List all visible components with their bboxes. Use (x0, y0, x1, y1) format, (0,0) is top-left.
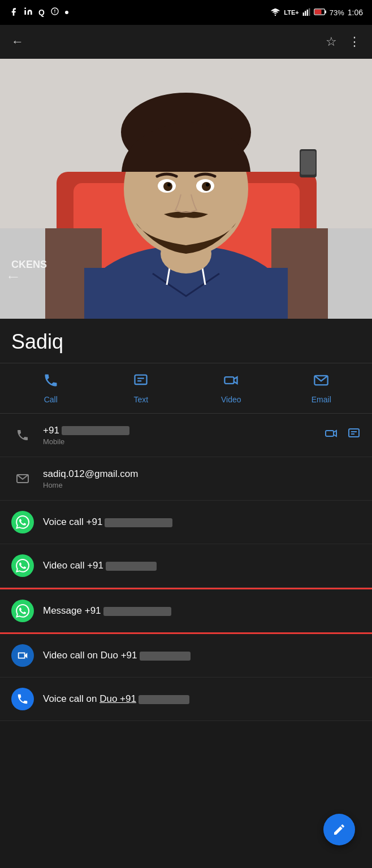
svg-rect-18 (84, 268, 288, 319)
status-bar: Q LTE+ 73% 1:06 (0, 0, 372, 25)
contact-name: Sadiq (11, 330, 361, 354)
facebook-icon (9, 7, 18, 18)
battery-icon (314, 8, 326, 17)
email-button[interactable]: Email (299, 372, 344, 404)
wa-message-row[interactable]: Message +91 (0, 588, 372, 634)
svg-rect-31 (301, 151, 315, 175)
phone-label: Mobile (43, 437, 325, 446)
profile-photo: CKENS ⟵ (0, 59, 372, 319)
scribd-icon (50, 7, 59, 18)
duo-video-info: Video call on Duo +91 (43, 650, 361, 661)
svg-rect-38 (349, 429, 359, 437)
phone-row-actions (325, 427, 361, 444)
duo-video-value: Video call on Duo +91 (43, 650, 361, 661)
email-value: sadiq.012@gmail.com (43, 468, 361, 480)
svg-rect-3 (305, 11, 306, 16)
top-bar: ← ☆ ⋮ (0, 25, 372, 59)
contact-details: +91 Mobile sadiq.012@gmail.com Home (0, 414, 372, 721)
svg-point-28 (167, 183, 171, 186)
svg-point-29 (206, 183, 209, 186)
whatsapp-message-icon (11, 600, 34, 622)
notification-dot (65, 11, 68, 14)
whatsapp-video-icon (11, 554, 34, 577)
wa-video-value: Video call +91 (43, 560, 361, 571)
email-icon (313, 372, 329, 392)
svg-rect-5 (309, 8, 310, 15)
wa-video-row[interactable]: Video call +91 (0, 544, 372, 588)
svg-text:CKENS: CKENS (11, 259, 47, 270)
svg-point-0 (24, 7, 26, 9)
lte-icon: LTE+ (284, 9, 299, 16)
svg-rect-35 (224, 377, 233, 384)
favorite-button[interactable]: ☆ (326, 34, 337, 49)
phone-row-icon (11, 424, 34, 446)
phone-info: +91 Mobile (43, 425, 325, 446)
battery-percent: 73% (330, 8, 344, 17)
svg-rect-32 (135, 375, 147, 384)
contact-name-section: Sadiq (0, 319, 372, 363)
back-button[interactable]: ← (11, 34, 24, 49)
quora-icon: Q (38, 8, 45, 17)
svg-rect-8 (314, 10, 321, 14)
whatsapp-voice-icon (11, 511, 34, 533)
wa-voice-row[interactable]: Voice call +91 (0, 501, 372, 544)
phone-message-icon[interactable] (347, 427, 361, 444)
action-buttons: Call Text Video Email (0, 363, 372, 414)
svg-rect-7 (325, 10, 326, 13)
duo-voice-row[interactable]: Voice call on Duo +91 (0, 678, 372, 721)
clock: 1:06 (348, 8, 363, 17)
email-row[interactable]: sadiq.012@gmail.com Home (0, 457, 372, 501)
phone-video-call-icon[interactable] (325, 427, 338, 444)
wa-message-info: Message +91 (43, 605, 361, 617)
text-button[interactable]: Text (118, 372, 163, 404)
video-button[interactable]: Video (209, 372, 254, 404)
svg-rect-37 (326, 431, 334, 436)
text-label: Text (133, 395, 148, 404)
duo-voice-value: Voice call on Duo +91 (43, 693, 361, 705)
signal-icon (302, 8, 310, 18)
svg-point-27 (202, 182, 211, 191)
video-icon (223, 372, 239, 392)
svg-point-1 (275, 14, 276, 15)
svg-rect-2 (302, 12, 304, 16)
svg-text:⟵: ⟵ (8, 273, 18, 281)
svg-point-26 (163, 182, 172, 191)
email-label: Email (312, 395, 331, 404)
svg-rect-4 (306, 9, 308, 15)
email-row-icon (11, 467, 34, 490)
edit-fab[interactable] (323, 814, 355, 845)
duo-voice-info: Voice call on Duo +91 (43, 693, 361, 705)
wifi-icon (270, 8, 280, 18)
duo-video-row[interactable]: Video call on Duo +91 (0, 634, 372, 678)
call-label: Call (44, 395, 58, 404)
status-bar-left: Q (9, 7, 68, 18)
email-info: sadiq.012@gmail.com Home (43, 468, 361, 489)
call-button[interactable]: Call (28, 372, 73, 404)
linkedin-icon (24, 7, 33, 18)
phone-value: +91 (43, 425, 325, 436)
more-options-button[interactable]: ⋮ (348, 34, 361, 49)
status-bar-right: LTE+ 73% 1:06 (270, 8, 363, 18)
wa-video-info: Video call +91 (43, 560, 361, 571)
text-icon (133, 372, 149, 392)
call-icon (43, 372, 59, 392)
wa-voice-info: Voice call +91 (43, 517, 361, 528)
duo-phone-call-icon (11, 688, 34, 710)
email-label: Home (43, 481, 361, 489)
video-label: Video (221, 395, 241, 404)
wa-message-value: Message +91 (43, 605, 361, 617)
wa-voice-value: Voice call +91 (43, 517, 361, 528)
duo-video-call-icon (11, 644, 34, 667)
phone-row[interactable]: +91 Mobile (0, 414, 372, 457)
